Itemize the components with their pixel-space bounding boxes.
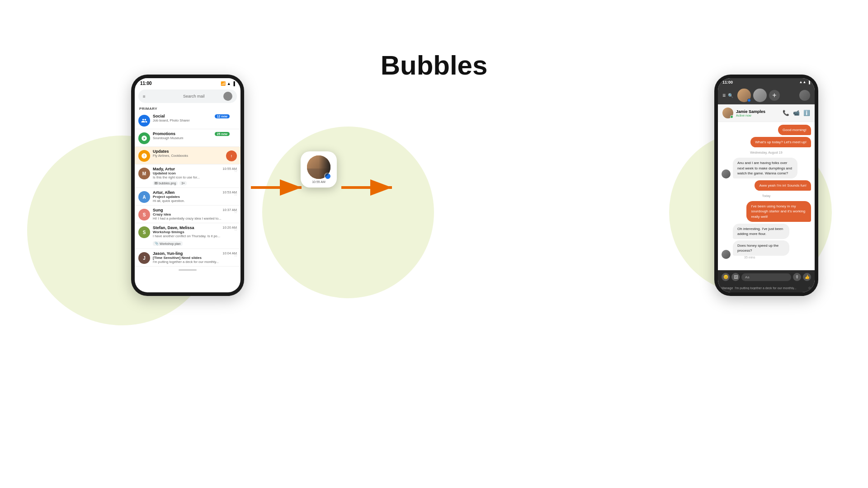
online-indicator bbox=[730, 115, 733, 118]
msg-whats-up: What's up today? Let's meet up! bbox=[750, 137, 811, 147]
bubble-notification[interactable]: 10:55 AM bbox=[301, 151, 337, 188]
hamburger-icon: ≡ bbox=[143, 94, 180, 99]
social-badge: 12 new bbox=[215, 114, 230, 118]
updates-avatar bbox=[138, 150, 150, 162]
mady-sender: Mady, Artur bbox=[153, 167, 175, 171]
sender-avatar-left1 bbox=[722, 169, 731, 178]
mady-avatar: M bbox=[138, 168, 150, 179]
email-item-sung[interactable]: S Sung 10:37 AM Crazy idea Hi! I had a p… bbox=[135, 206, 241, 223]
mady-star[interactable]: ☆ bbox=[234, 168, 238, 173]
email-item-jason[interactable]: J Jason, Yun-ling 10:04 AM [Time Sensiti… bbox=[135, 249, 241, 267]
artur-avatar: A bbox=[138, 191, 150, 203]
mic-button[interactable]: 🎙 bbox=[793, 273, 801, 281]
msg-honey-speed: Does honey speed up the process? bbox=[733, 240, 789, 256]
emoji-button[interactable]: 😊 bbox=[722, 273, 730, 281]
date-divider-today: Today bbox=[722, 192, 811, 199]
msg-flour-group: Oh interesting. I've just been adding mo… bbox=[733, 224, 811, 259]
sung-preview: Hi! I had a potentially crazy idea I wan… bbox=[153, 216, 237, 221]
artur-preview: Hi all, quick question. bbox=[153, 199, 237, 203]
account-avatar[interactable] bbox=[223, 92, 232, 101]
social-detail: Job board, Photo Sharer bbox=[153, 118, 237, 122]
mady-content: Mady, Artur 10:55 AM Updated icon Is thi… bbox=[153, 167, 237, 185]
phone-call-icon[interactable]: 📞 bbox=[783, 110, 789, 116]
jason-star[interactable]: ☆ bbox=[234, 253, 238, 258]
bottom-notification-bar[interactable]: Manage I'm putting together a deck for o… bbox=[718, 284, 815, 292]
arrow-right bbox=[341, 178, 396, 198]
mady-preview: Is this the right icon to use for... bbox=[153, 175, 237, 179]
bubble-avatar1-wrap[interactable] bbox=[737, 89, 751, 102]
search-icon-right[interactable]: 🔍 bbox=[728, 93, 733, 98]
mady-count: 3+ bbox=[179, 181, 187, 185]
promotions-detail: Sourdough Museum bbox=[153, 136, 237, 140]
artur-content: Artur, Allen 10:53 AM Project updates Hi… bbox=[153, 190, 237, 203]
bubble-time: 10:55 AM bbox=[312, 180, 326, 183]
contact-actions: 📞 📹 ℹ️ bbox=[783, 110, 810, 116]
wifi-icon-right: ▲▲ bbox=[799, 80, 806, 84]
battery-icon-right: ▐ bbox=[807, 80, 810, 84]
social-avatar bbox=[138, 115, 150, 127]
mins-label: 35 mins bbox=[733, 256, 811, 259]
search-text: Search mail bbox=[183, 94, 221, 99]
contact-info: Jamie Samples Active now bbox=[736, 109, 765, 117]
info-icon[interactable]: ℹ️ bbox=[803, 110, 810, 116]
wifi-icon: 📶 bbox=[221, 81, 226, 86]
stefan-attachment: 📎Workshop plan bbox=[153, 241, 183, 246]
msg-good-morning: Good morning! bbox=[778, 125, 811, 135]
status-time-right: 11:00 bbox=[722, 80, 733, 84]
bubble-avatar2[interactable] bbox=[753, 89, 767, 102]
settings-avatar[interactable] bbox=[799, 90, 810, 101]
search-bar[interactable]: ≡ Search mail bbox=[138, 89, 237, 103]
artur-star[interactable]: ☆ bbox=[234, 192, 238, 197]
hamburger-icon-right: ≡ bbox=[722, 92, 726, 99]
sung-star[interactable]: ☆ bbox=[234, 209, 238, 214]
page-title: Bubbles bbox=[381, 50, 488, 81]
msg-dumplings-wrap: Anu and I are having folks over next wee… bbox=[722, 158, 811, 178]
jason-content: Jason, Yun-ling 10:04 AM [Time Sensitive… bbox=[153, 251, 237, 264]
stefan-sender: Stefan, Dave, Melissa bbox=[153, 225, 194, 230]
msg-flour: Oh interesting. I've just been adding mo… bbox=[733, 224, 789, 239]
chat-messages-area: Good morning! What's up today? Let's mee… bbox=[718, 122, 815, 270]
email-item-updates[interactable]: Updates Fly Airlines, Cookbooks ! bbox=[135, 147, 241, 164]
bottom-preview-text: I'm putting together a deck for our mont… bbox=[735, 286, 806, 290]
email-item-social[interactable]: Social Job board, Photo Sharer 12 new bbox=[135, 112, 241, 129]
status-icons-right: ▲▲ ▐ bbox=[799, 80, 810, 84]
stefan-content: Stefan, Dave, Melissa 10:20 AM Workshop … bbox=[153, 225, 237, 246]
msg-honey: I've been using honey in my sourdough st… bbox=[746, 201, 811, 222]
sender-avatar-left2 bbox=[722, 250, 731, 259]
email-item-promotions[interactable]: Promotions Sourdough Museum 25 new bbox=[135, 129, 241, 147]
email-item-mady[interactable]: M Mady, Artur 10:55 AM Updated icon Is t… bbox=[135, 164, 241, 188]
mady-attachment: 🖼bubbles.png bbox=[153, 181, 178, 185]
updates-detail: Fly Airlines, Cookbooks bbox=[153, 154, 237, 158]
contact-status: Active now bbox=[736, 114, 765, 117]
chat-input-field[interactable]: Aa bbox=[741, 273, 791, 281]
video-call-icon[interactable]: 📹 bbox=[793, 110, 800, 116]
stefan-avatar: S bbox=[138, 226, 150, 238]
status-bar-left: 11:00 📶 ▲ ▐ bbox=[135, 78, 241, 88]
sung-avatar: S bbox=[138, 209, 150, 221]
email-item-artur[interactable]: A Artur, Allen 10:53 AM Project updates … bbox=[135, 188, 241, 206]
bubble-header-row: ≡ 🔍 + bbox=[718, 86, 815, 104]
manage-label: Manage bbox=[722, 286, 733, 290]
email-item-stefan[interactable]: S Stefan, Dave, Melissa 10:20 AM Worksho… bbox=[135, 223, 241, 249]
chat-input-placeholder: Aa bbox=[745, 275, 750, 279]
stefan-star[interactable]: ☆ bbox=[234, 227, 238, 232]
stefan-preview: I have another conflict on Thursday. Is … bbox=[153, 234, 237, 238]
contact-name: Jamie Samples bbox=[736, 109, 765, 114]
like-button[interactable]: 👍 bbox=[803, 273, 811, 281]
contact-avatar-wrap bbox=[722, 108, 733, 118]
promotions-badge: 25 new bbox=[215, 132, 230, 136]
bottom-star[interactable]: ☆ bbox=[808, 286, 811, 290]
phone-right: 11:00 ▲▲ ▐ ≡ 🔍 + Jamie Sam bbox=[714, 75, 818, 296]
artur-sender: Artur, Allen bbox=[153, 190, 175, 195]
jason-subject: [Time Sensitive] Need slides bbox=[153, 256, 237, 260]
updates-notif: ! bbox=[226, 150, 237, 161]
signal-icon: ▲ bbox=[227, 81, 231, 86]
bubble-avatar-wrap bbox=[307, 155, 330, 179]
bubble-add-button[interactable]: + bbox=[769, 90, 780, 101]
image-button[interactable]: 🖼 bbox=[731, 273, 740, 281]
jason-sender: Jason, Yun-ling bbox=[153, 251, 183, 256]
arrow-left bbox=[251, 178, 305, 198]
updates-content: Updates Fly Airlines, Cookbooks bbox=[153, 149, 237, 158]
phone-left: 11:00 📶 ▲ ▐ ≡ Search mail PRIMARY Social… bbox=[131, 75, 244, 296]
status-time-left: 11:00 bbox=[140, 81, 152, 86]
